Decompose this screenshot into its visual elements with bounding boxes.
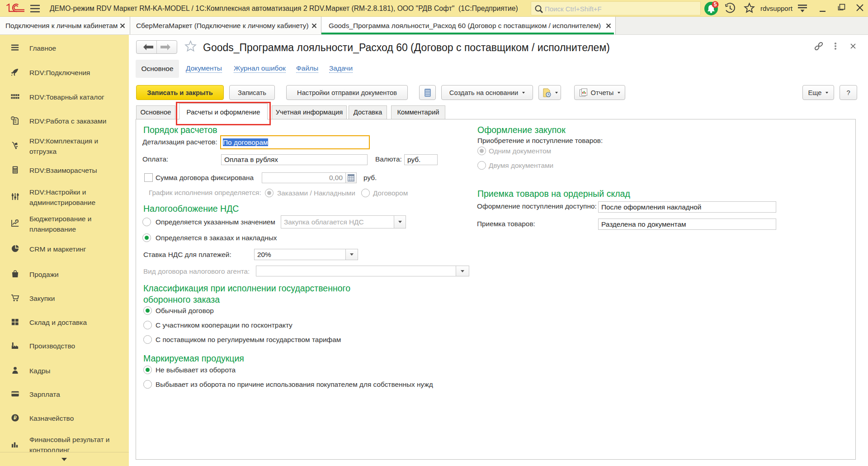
svg-text:₽: ₽ — [14, 415, 17, 420]
svg-text:5: 5 — [714, 1, 717, 8]
svg-text:₽: ₽ — [16, 220, 18, 223]
